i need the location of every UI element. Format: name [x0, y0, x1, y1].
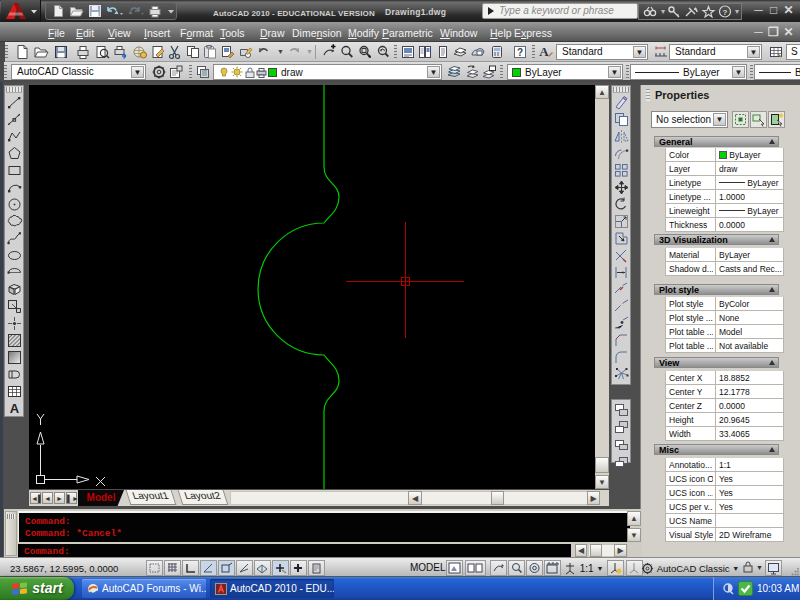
svg-text:?: ? [723, 8, 728, 17]
svg-text:A: A [539, 44, 549, 59]
svg-text:?: ? [517, 47, 523, 58]
svg-text:A: A [9, 401, 19, 416]
